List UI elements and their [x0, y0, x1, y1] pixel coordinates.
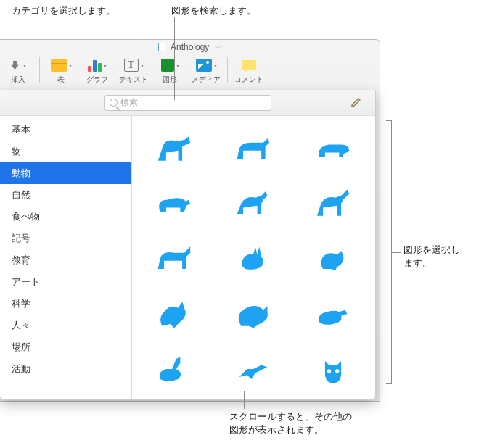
edit-shapes-button[interactable]	[350, 96, 362, 108]
search-icon	[110, 99, 118, 107]
category-item[interactable]: 活動	[0, 358, 131, 380]
goose-icon	[151, 351, 197, 387]
chevron-down-icon: ▾	[69, 62, 72, 69]
crow-icon	[230, 351, 276, 387]
toolbar-label: 挿入	[11, 75, 25, 85]
callout-search-shapes: 図形を検索します。	[171, 4, 256, 17]
shape-ox[interactable]	[146, 238, 202, 280]
toolbar-textbox-button[interactable]: T▾ テキスト	[115, 56, 152, 85]
toolbar-separator	[39, 57, 40, 83]
shape-duck[interactable]	[305, 293, 361, 335]
toolbar-comment-button[interactable]: コメント	[231, 56, 267, 85]
category-item[interactable]: 物	[0, 141, 131, 162]
shape-sheep[interactable]	[146, 183, 202, 225]
goat-icon	[230, 186, 276, 222]
shape-turkey[interactable]	[225, 293, 282, 335]
shape-crow[interactable]	[225, 348, 282, 390]
owl-icon	[310, 351, 356, 387]
shapes-panel-header: 検索	[0, 90, 375, 116]
search-input[interactable]: 検索	[104, 95, 271, 111]
toolbar-label: コメント	[234, 75, 263, 85]
shape-pig[interactable]	[305, 128, 361, 170]
toolbar-label: 表	[57, 75, 65, 85]
turkey-icon	[230, 296, 276, 332]
callout-line	[174, 17, 175, 100]
rabbit-icon	[230, 241, 276, 277]
document-title[interactable]: Anthology	[171, 42, 209, 52]
chart-icon	[88, 59, 102, 72]
category-item[interactable]: 人々	[0, 315, 131, 336]
shape-icon	[161, 59, 174, 72]
toolbar-label: グラフ	[86, 75, 108, 85]
search-placeholder: 検索	[120, 96, 138, 109]
table-icon	[51, 59, 67, 72]
callout-line	[392, 252, 401, 253]
chevron-down-icon: ▾	[176, 62, 179, 69]
duck-icon	[310, 296, 356, 332]
window-titlebar: Anthology ﹀	[0, 40, 380, 54]
shape-cow[interactable]	[225, 128, 282, 170]
category-item[interactable]: 記号	[0, 228, 131, 249]
callout-select-category: カテゴリを選択します。	[12, 4, 115, 17]
document-icon	[158, 43, 165, 51]
shape-horse[interactable]	[146, 128, 202, 170]
chevron-down-icon: ▾	[141, 62, 144, 69]
callout-select-shape: 図形を選択し ます。	[403, 244, 460, 270]
shapes-grid[interactable]	[132, 116, 375, 399]
donkey-icon	[310, 186, 356, 222]
category-item[interactable]: 食べ物	[0, 206, 131, 228]
toolbar-separator	[227, 57, 228, 83]
ox-icon	[151, 241, 197, 277]
toolbar-label: テキスト	[119, 75, 148, 85]
shape-rabbit[interactable]	[225, 238, 282, 280]
callout-bracket	[386, 120, 392, 384]
toolbar-media-button[interactable]: ▾ メディア	[188, 56, 224, 85]
category-item[interactable]: 教育	[0, 249, 131, 271]
chevron-down-icon[interactable]: ﹀	[215, 43, 221, 53]
chevron-down-icon: ▾	[23, 62, 26, 69]
toolbar-table-button[interactable]: ▾ 表	[43, 56, 79, 85]
horse-icon	[151, 130, 197, 167]
rooster-icon	[151, 296, 197, 332]
callout-line	[244, 391, 245, 409]
shape-goose[interactable]	[146, 348, 202, 390]
shape-owl[interactable]	[305, 348, 361, 390]
toolbar-chart-button[interactable]: ▾ グラフ	[79, 56, 115, 85]
category-item[interactable]: 場所	[0, 336, 131, 358]
category-item[interactable]: 自然	[0, 184, 131, 206]
callout-scroll-more: スクロールすると、その他の 図形が表示されます。	[229, 410, 352, 436]
toolbar-shape-button[interactable]: ▾ 図形	[152, 56, 188, 85]
category-item[interactable]: 基本	[0, 119, 131, 141]
hen-icon	[310, 241, 356, 277]
pig-icon	[310, 130, 356, 167]
shape-hen[interactable]	[305, 238, 361, 280]
shape-goat[interactable]	[225, 183, 282, 225]
shapes-panel: 検索 基本物動物自然食べ物記号教育アート科学人々場所活動	[0, 90, 376, 400]
pencil-icon	[350, 96, 362, 108]
category-list[interactable]: 基本物動物自然食べ物記号教育アート科学人々場所活動	[0, 116, 132, 399]
callout-line	[15, 17, 15, 113]
shape-donkey[interactable]	[305, 183, 361, 225]
toolbar-insert-button[interactable]: ▾ 挿入	[0, 56, 36, 85]
chevron-down-icon: ▾	[214, 62, 217, 69]
category-item[interactable]: 科学	[0, 293, 131, 315]
media-icon	[196, 59, 212, 72]
toolbar-label: 図形	[163, 75, 177, 85]
toolbar: ▾ 挿入 ▾ 表 ▾ グラフ T▾ テキスト ▾ 図形 ▾ メディア	[0, 54, 380, 89]
cow-icon	[230, 130, 276, 167]
comment-icon	[242, 60, 256, 70]
toolbar-label: メディア	[192, 75, 221, 85]
textbox-icon: T	[124, 59, 139, 72]
category-item[interactable]: アート	[0, 271, 131, 293]
shape-rooster[interactable]	[146, 293, 202, 335]
category-item[interactable]: 動物	[0, 162, 131, 184]
sheep-icon	[151, 186, 197, 222]
chevron-down-icon: ▾	[104, 62, 107, 69]
